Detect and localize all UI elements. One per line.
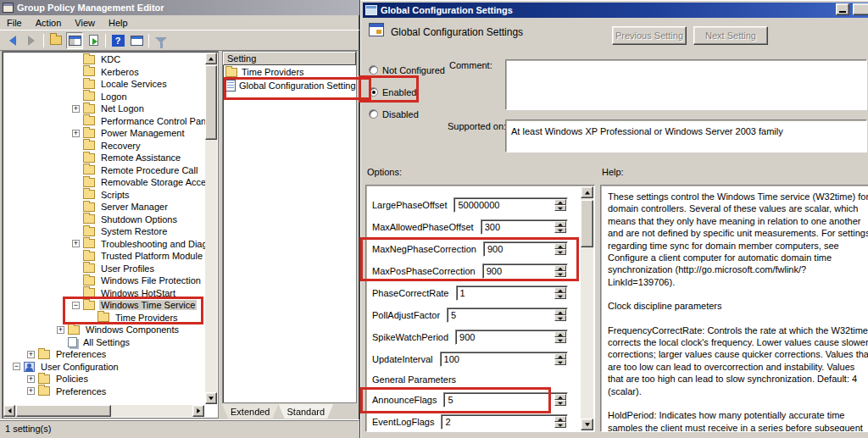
spin-up-icon[interactable] [554, 199, 566, 205]
collapse-icon[interactable]: − [72, 302, 80, 309]
scroll-right-icon[interactable] [192, 405, 204, 417]
menu-file[interactable]: File [0, 16, 29, 30]
scroll-thumb[interactable] [581, 200, 593, 247]
spin-down-icon[interactable] [554, 337, 566, 343]
spikewatchperiod-input[interactable]: 900 [455, 330, 568, 345]
scroll-down-icon[interactable] [581, 419, 593, 430]
scroll-thumb[interactable] [205, 65, 217, 140]
maxposphasecorrection-input[interactable]: 900 [482, 263, 568, 279]
scroll-up-icon[interactable] [205, 53, 217, 64]
tree-item-system-restore[interactable]: System Restore [4, 225, 206, 238]
tree-item-time-providers[interactable]: Time Providers [4, 312, 206, 324]
list-item-time-providers[interactable]: Time Providers [223, 65, 356, 79]
maxallowedphaseoffset-input[interactable]: 300 [481, 219, 568, 235]
spin-down-icon[interactable] [554, 359, 566, 365]
expand-icon[interactable]: + [27, 351, 35, 358]
console-tree-icon[interactable] [66, 32, 83, 49]
tree-item-windows-components[interactable]: +Windows Components [4, 324, 206, 336]
spin-down-icon[interactable] [554, 400, 566, 406]
radio-not-configured[interactable]: Not Configured [369, 64, 445, 76]
tree-item-policies[interactable]: +Policies [4, 373, 206, 385]
previous-setting-button[interactable]: Previous Setting [612, 26, 687, 45]
menu-view[interactable]: View [68, 16, 102, 30]
tree-item-troubleshooting-and-diagnostics[interactable]: +Troubleshooting and Diagnostics [4, 238, 206, 251]
tree-item-remote-assistance[interactable]: Remote Assistance [4, 152, 206, 164]
scroll-thumb[interactable] [16, 405, 111, 417]
column-header-setting[interactable]: Setting [223, 52, 356, 65]
tree-item-user-profiles[interactable]: User Profiles [4, 263, 206, 275]
tree-item-server-manager[interactable]: Server Manager [4, 201, 206, 213]
tree-item-locale-services[interactable]: Locale Services [4, 78, 206, 91]
maximize-button[interactable] [853, 3, 868, 15]
spin-up-icon[interactable] [554, 243, 566, 249]
tree-horizontal-scrollbar[interactable] [3, 405, 204, 417]
radio-enabled[interactable]: Enabled [369, 86, 416, 98]
spin-down-icon[interactable] [554, 227, 566, 233]
options-vertical-scrollbar[interactable] [581, 186, 593, 430]
spin-up-icon[interactable] [554, 287, 566, 293]
polladjustfactor-input[interactable]: 5 [447, 308, 568, 323]
announceflags-input[interactable]: 5 [443, 392, 568, 408]
list-item-global-configuration-settings[interactable]: Global Configuration Settings [223, 79, 356, 92]
tree-item-removable-storage-access[interactable]: Removable Storage Access [4, 176, 206, 189]
spin-up-icon[interactable] [554, 309, 566, 315]
tree-item-performance-control-panel[interactable]: Performance Control Panel [4, 115, 206, 128]
spin-up-icon[interactable] [554, 221, 566, 227]
export-list-icon[interactable] [85, 32, 102, 49]
minimize-button[interactable] [836, 3, 849, 15]
tab-extended[interactable]: Extended [222, 404, 278, 419]
phasecorrectrate-input[interactable]: 1 [456, 286, 569, 301]
scroll-left-icon[interactable] [3, 405, 15, 417]
back-icon[interactable] [4, 32, 21, 49]
tree-item-remote-procedure-call[interactable]: Remote Procedure Call [4, 164, 206, 177]
spin-down-icon[interactable] [554, 249, 566, 255]
tree-item-trusted-platform-module-services[interactable]: Trusted Platform Module Services [4, 250, 206, 263]
spin-up-icon[interactable] [554, 331, 566, 337]
forward-icon[interactable] [23, 32, 40, 49]
scroll-up-icon[interactable] [581, 186, 593, 198]
radio-disabled[interactable]: Disabled [369, 108, 419, 120]
tree-item-net-logon[interactable]: +Net Logon [4, 103, 206, 115]
tree-item-windows-time-service[interactable]: −Windows Time Service [4, 299, 206, 312]
tree-item-logon[interactable]: Logon [4, 91, 206, 103]
tree-item-windows-hotstart[interactable]: Windows HotStart [4, 287, 206, 300]
expand-icon[interactable]: + [27, 387, 35, 395]
menu-action[interactable]: Action [29, 16, 69, 30]
radio-selected-icon[interactable] [369, 87, 378, 97]
expand-icon[interactable]: + [72, 105, 80, 113]
tree-item-all-settings[interactable]: All Settings [4, 336, 206, 349]
tree-item-kerberos[interactable]: Kerberos [4, 66, 206, 79]
tree-item-recovery[interactable]: Recovery [4, 140, 206, 152]
spin-down-icon[interactable] [554, 422, 566, 428]
tab-standard[interactable]: Standard [278, 404, 333, 419]
spin-down-icon[interactable] [554, 315, 566, 321]
tree-item-shutdown-options[interactable]: Shutdown Options [4, 213, 206, 226]
expand-icon[interactable]: + [27, 375, 35, 383]
radio-icon[interactable] [369, 109, 378, 119]
spin-down-icon[interactable] [554, 271, 566, 277]
tree-item-user-configuration[interactable]: −User Configuration [4, 361, 206, 374]
radio-icon[interactable] [369, 65, 378, 75]
scroll-down-icon[interactable] [205, 392, 217, 404]
expand-icon[interactable]: + [72, 240, 80, 247]
tree-item-scripts[interactable]: Scripts [4, 189, 206, 202]
tree-item-windows-file-protection[interactable]: Windows File Protection [4, 274, 206, 287]
updateinterval-input[interactable]: 100 [440, 352, 568, 367]
filter-icon[interactable] [153, 32, 170, 49]
spin-up-icon[interactable] [554, 394, 566, 400]
spin-down-icon[interactable] [554, 293, 566, 299]
eventlogflags-input[interactable]: 2 [441, 414, 568, 430]
tree-item-kdc[interactable]: KDC [4, 53, 206, 66]
expand-icon[interactable]: + [72, 130, 80, 137]
new-window-icon[interactable] [128, 32, 145, 49]
help-icon[interactable]: ? [109, 32, 126, 49]
tree-item-preferences[interactable]: +Preferences [4, 348, 206, 361]
spin-up-icon[interactable] [554, 353, 566, 359]
spin-down-icon[interactable] [554, 205, 566, 211]
largephaseoffset-input[interactable]: 50000000 [453, 197, 568, 213]
expand-icon[interactable]: + [57, 326, 64, 334]
next-setting-button[interactable]: Next Setting [693, 26, 768, 45]
comment-input[interactable] [505, 59, 867, 110]
spin-up-icon[interactable] [554, 416, 566, 422]
tree-item-power-management[interactable]: +Power Management [4, 127, 206, 140]
